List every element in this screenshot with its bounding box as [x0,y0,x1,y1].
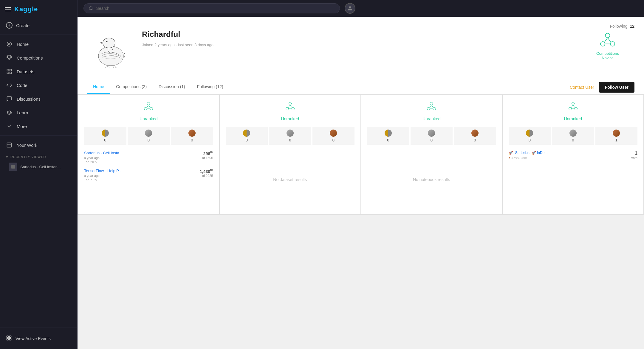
notebooks-silver-count: 0 [431,138,433,142]
profile-avatar [87,24,135,71]
discussions-icon [6,96,13,102]
create-button[interactable]: + Create [0,18,77,32]
hamburger-icon[interactable] [5,7,11,11]
discussions-silver-medal: 0 [552,127,594,145]
sidebar-divider-1 [0,35,77,35]
duck-image [92,27,130,68]
svg-line-40 [431,105,433,108]
notebooks-bronze-icon [471,130,479,137]
sidebar-item-home[interactable]: Home [0,37,77,51]
tab-competitions[interactable]: Competitions (2) [110,80,153,94]
datasets-card-icon [226,101,355,112]
discussions-gold-count: 0 [529,138,531,142]
svg-point-36 [430,102,433,105]
competitions-gold-medal: 0 [84,127,126,145]
sidebar-item-more[interactable]: More [0,119,77,133]
competition-link-2[interactable]: TensorFlow - Help P... [84,169,197,173]
search-input[interactable] [96,6,335,11]
home-icon [6,41,13,47]
svg-line-21 [605,38,608,42]
svg-line-39 [430,105,431,108]
sidebar-item-home-label: Home [17,42,29,47]
competition-entry-1: Sartorius - Cell Insta... a year ago Top… [84,151,213,164]
sidebar-item-your-work[interactable]: Your Work [0,138,77,152]
discussion-vote: 1 vote [631,151,637,160]
sidebar-item-competitions[interactable]: Competitions [0,51,77,65]
svg-line-27 [147,105,148,108]
competition-rank-2: 1,430th [200,169,213,174]
svg-rect-2 [7,69,9,71]
sidebar-item-datasets[interactable]: Datasets [0,65,77,78]
your-work-icon [6,142,13,148]
following-count: 12 [630,24,634,29]
recently-viewed-label: Sartorius - Cell Instan... [20,165,61,169]
competition-entry-2: TensorFlow - Help P... a year ago Top 71… [84,169,213,182]
silver-medal-icon [145,130,152,137]
svg-line-13 [92,9,93,10]
follow-user-button[interactable]: Follow User [599,82,634,93]
svg-point-31 [286,107,288,110]
discussions-silver-count: 0 [572,138,574,142]
discussions-bronze-icon [613,130,620,137]
discussion-link-2[interactable]: InDe... [537,151,547,155]
notebooks-card: Unranked 0 0 0 No notebook results [361,95,502,214]
sidebar-item-discussions[interactable]: Discussions [0,92,77,106]
notebooks-no-results: No notebook results [413,177,450,182]
badge-icon [599,31,617,50]
topbar [78,0,644,17]
contact-user-button[interactable]: Contact User [570,85,594,90]
notebooks-bronze-count: 0 [474,138,476,142]
tab-following[interactable]: Following (12) [191,80,229,94]
svg-point-37 [427,107,430,110]
notebooks-card-icon [367,101,496,112]
svg-point-26 [150,107,153,110]
search-bar[interactable] [83,3,340,13]
discussion-link-1[interactable]: Sartorius: [515,151,532,155]
cards-container: Unranked 0 0 0 Sartorius - Cel [78,94,644,215]
following-tab-count: (12) [216,84,223,89]
svg-rect-8 [7,336,9,338]
discussions-medal-row: 0 0 1 [509,127,638,145]
recently-viewed-item-sartorius[interactable]: Sartorius - Cell Instan... [0,160,77,173]
sidebar-item-code[interactable]: Code [0,78,77,92]
kaggle-logo: Kaggle [14,5,38,13]
discussions-bronze-count: 1 [615,138,617,142]
svg-rect-10 [7,339,9,340]
view-active-events-button[interactable]: View Active Events [0,331,77,346]
profile-right: Following 12 [581,24,634,60]
bronze-medal-icon [188,130,196,137]
gold-medal-icon [102,130,109,137]
discussion-count: (1) [180,84,185,89]
svg-point-1 [9,43,10,45]
discussions-silver-icon [569,130,577,137]
sidebar-item-code-label: Code [17,83,27,88]
notebooks-card-title: Unranked [367,116,496,121]
svg-point-42 [572,102,574,105]
datasets-gold-medal: 0 [226,127,268,145]
datasets-icon [6,68,13,75]
notebooks-gold-count: 0 [387,138,389,142]
profile-username: Richardful [142,30,574,39]
competition-link-1[interactable]: Sartorius - Cell Insta... [84,151,200,155]
create-label: Create [16,23,30,28]
discussions-gold-icon [526,130,533,137]
discussions-gold-medal: 0 [509,127,551,145]
discussion-time: a year ago [511,156,527,159]
badge-label: CompetitionsNovice [596,51,619,60]
competitions-card-icon [84,101,213,112]
svg-rect-3 [10,69,12,71]
competitions-silver-medal: 0 [128,127,170,145]
chevron-icon: ▾ [6,155,8,159]
svg-line-33 [288,105,290,108]
bronze-count: 0 [191,138,193,142]
datasets-bronze-icon [330,130,337,137]
tab-home[interactable]: Home [87,80,110,94]
user-avatar[interactable] [345,3,355,14]
svg-point-12 [89,7,92,10]
sidebar-item-learn[interactable]: Learn [0,106,77,119]
profile-info: Richardful Joined 2 years ago · last see… [142,24,574,47]
sidebar-item-competitions-label: Competitions [17,55,43,60]
competitions-bronze-medal: 0 [171,127,213,145]
notebooks-gold-medal: 0 [367,127,409,145]
tab-discussion[interactable]: Discussion (1) [153,80,191,94]
